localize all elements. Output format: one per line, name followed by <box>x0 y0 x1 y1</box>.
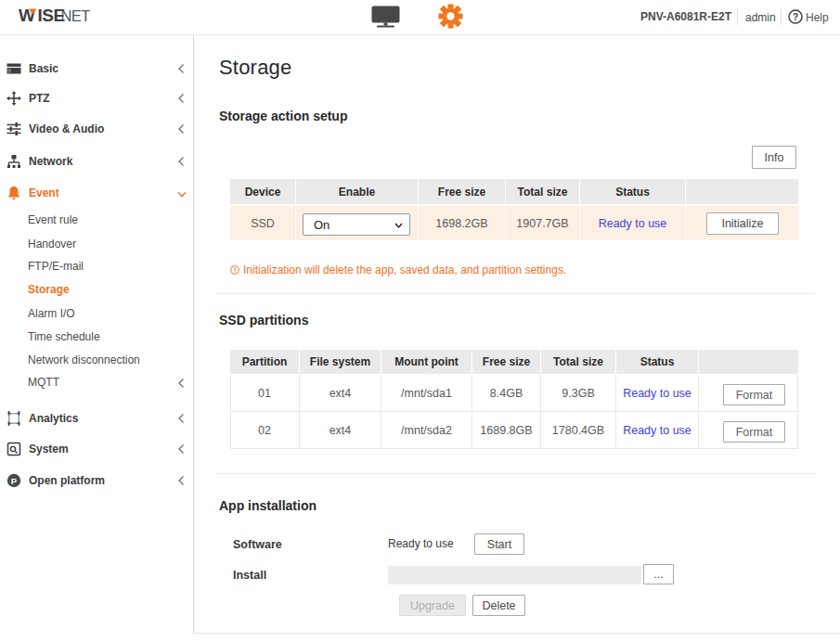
svg-text:P: P <box>11 476 18 486</box>
svg-text:?: ? <box>793 12 798 22</box>
svg-text:NET: NET <box>61 7 91 24</box>
svg-text:W: W <box>19 6 35 25</box>
